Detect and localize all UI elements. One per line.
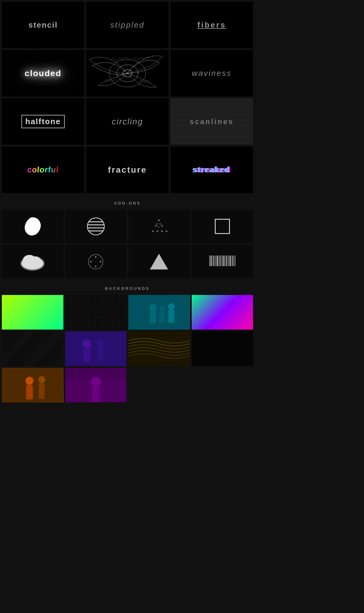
svg-rect-39: [223, 256, 224, 266]
svg-point-13: [152, 230, 154, 232]
clouded-label: clouded: [25, 69, 61, 78]
svg-point-26: [90, 261, 92, 262]
svg-rect-34: [217, 256, 218, 266]
addons-grid: [0, 208, 255, 280]
svg-rect-31: [213, 256, 214, 266]
effect-card-colorful[interactable]: colorful: [2, 147, 84, 193]
colorful-people-illustration: [2, 368, 63, 402]
svg-rect-47: [234, 256, 234, 266]
svg-rect-41: [226, 256, 227, 266]
dotgrid-icon: [150, 217, 168, 235]
stencil-label: stencil: [29, 20, 58, 30]
svg-rect-30: [212, 256, 213, 266]
effect-card-fibers[interactable]: fibers: [170, 2, 253, 48]
svg-rect-37: [221, 256, 221, 266]
sphere-icon: [85, 216, 106, 237]
svg-rect-45: [231, 256, 232, 266]
fibers-label: fibers: [197, 20, 226, 30]
effect-card-clouded[interactable]: clouded: [2, 50, 84, 97]
svg-rect-48: [235, 256, 235, 266]
addon-square[interactable]: [192, 210, 253, 243]
addon-blob[interactable]: [2, 210, 63, 243]
svg-point-27: [100, 261, 101, 262]
addons-section-header: ADD-ONS: [0, 195, 255, 208]
barcode-icon: [209, 256, 236, 268]
effect-card-waviness[interactable]: waviness: [170, 50, 253, 97]
fracture-label: fracture: [108, 165, 147, 175]
stippled-label: stippled: [110, 20, 145, 30]
svg-rect-36: [220, 256, 221, 266]
svg-rect-40: [225, 256, 225, 266]
addon-barcode[interactable]: [192, 245, 253, 278]
gold-waves-illustration: [128, 331, 190, 366]
addon-triangle[interactable]: [128, 245, 190, 278]
svg-point-22: [30, 256, 41, 266]
bg-dark-dots[interactable]: [65, 295, 127, 330]
circledots-icon: [87, 253, 104, 270]
triangle-icon: [150, 254, 168, 269]
svg-rect-38: [222, 256, 223, 266]
addon-sphere[interactable]: [65, 210, 127, 243]
svg-rect-77: [65, 368, 127, 402]
purple-people-illustration: [65, 331, 127, 366]
effect-card-stippled[interactable]: stippled: [86, 2, 169, 48]
svg-point-5: [87, 218, 104, 235]
scanlines-label: scanlines: [190, 117, 234, 126]
streaked-label: strеaked: [193, 165, 231, 174]
addon-circledots[interactable]: [65, 245, 127, 278]
svg-rect-19: [158, 226, 159, 228]
svg-rect-33: [216, 256, 216, 266]
svg-rect-17: [157, 223, 158, 225]
effect-card-topo[interactable]: [86, 50, 169, 97]
effect-card-stencil[interactable]: stencil: [2, 2, 84, 48]
pink-room-illustration: [65, 368, 127, 402]
svg-point-25: [95, 266, 96, 267]
bg-pink-room[interactable]: [65, 368, 127, 402]
effect-card-halftone[interactable]: halftone: [2, 98, 84, 145]
svg-point-14: [157, 230, 158, 232]
svg-rect-43: [228, 256, 229, 266]
effect-card-streaked[interactable]: strеaked: [170, 147, 253, 193]
bg-colorful-people[interactable]: [2, 368, 63, 402]
svg-point-12: [161, 225, 163, 227]
topo-svg: [86, 50, 169, 97]
bg-gold-waves[interactable]: [128, 331, 190, 366]
backgrounds-section-header: BACKGROUNDS: [0, 280, 255, 293]
svg-rect-71: [2, 368, 63, 402]
square-icon: [215, 219, 230, 234]
svg-point-10: [158, 219, 160, 221]
svg-point-11: [155, 225, 157, 227]
backgrounds-grid: [0, 293, 255, 404]
bg-purple-room[interactable]: [65, 331, 127, 366]
effect-card-circling[interactable]: circling: [86, 98, 169, 145]
addon-dotgrid[interactable]: [128, 210, 190, 243]
svg-rect-28: [209, 256, 210, 266]
svg-rect-56: [128, 295, 190, 329]
svg-rect-18: [160, 223, 161, 225]
svg-rect-32: [215, 256, 215, 266]
halftone-label: halftone: [21, 115, 65, 128]
svg-point-16: [166, 230, 167, 232]
cloud-icon: [19, 252, 46, 272]
effects-grid: stencil stippled fibers clouded: [0, 0, 255, 195]
bg-cyan-people[interactable]: [128, 295, 190, 330]
effect-card-fracture[interactable]: fracture: [86, 147, 169, 193]
bg-very-dark[interactable]: [192, 331, 253, 366]
circling-label: circling: [112, 117, 143, 127]
svg-rect-35: [219, 256, 219, 266]
cyan-people-illustration: [128, 295, 190, 330]
svg-point-24: [95, 256, 96, 258]
bg-dark-lines[interactable]: [2, 331, 63, 366]
effect-card-scanlines[interactable]: scanlines: [170, 98, 253, 145]
svg-rect-29: [211, 256, 212, 266]
bg-lime-gradient[interactable]: [2, 295, 63, 330]
svg-rect-46: [232, 256, 233, 266]
colorful-label: colorful: [27, 165, 59, 174]
blob-icon: [23, 216, 42, 237]
svg-rect-63: [65, 331, 127, 366]
addon-cloud[interactable]: [2, 245, 63, 278]
svg-point-15: [161, 230, 163, 232]
waviness-label: waviness: [192, 69, 232, 78]
bg-multi-gradient[interactable]: [192, 295, 253, 330]
svg-rect-44: [230, 256, 231, 266]
